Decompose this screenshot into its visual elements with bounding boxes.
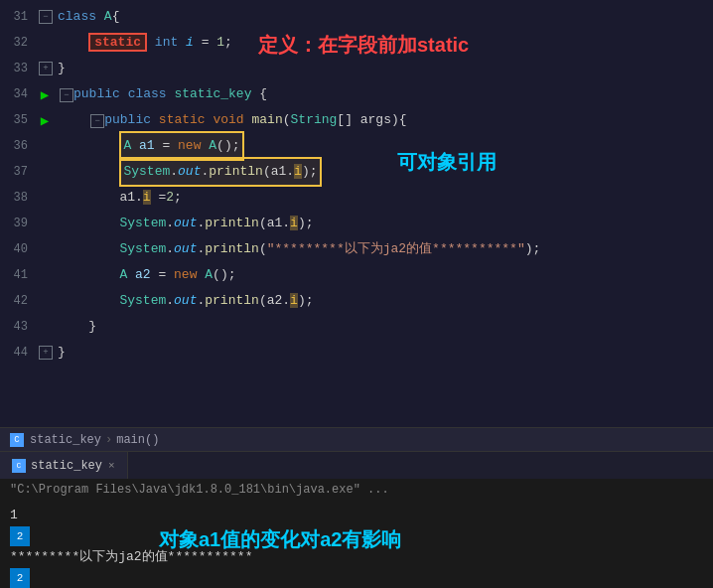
code-line-44: 44 + } <box>0 340 713 366</box>
annotation-static: 定义：在字段前加static <box>258 32 469 59</box>
code-line-36: 36 A a1 = new A(); <box>0 133 713 159</box>
code-line-33: 33 + } <box>0 56 713 81</box>
line-content-43: } <box>54 314 713 340</box>
annotation-object-ref: 可对象引用 <box>397 149 497 176</box>
line-arrow-31: − <box>36 10 54 24</box>
console-section: "C:\Program Files\Java\jdk1.8.0_181\bin\… <box>0 479 713 588</box>
breadcrumb-method: main() <box>116 433 159 447</box>
fold-33[interactable]: + <box>39 62 53 75</box>
fold-31[interactable]: − <box>39 10 53 24</box>
line-num-42: 42 <box>0 294 36 308</box>
breadcrumb-sep: › <box>105 433 112 447</box>
line-content-38: a1.i =2; <box>54 185 713 211</box>
fold-44[interactable]: + <box>39 346 53 360</box>
code-line-39: 39 System.out.println(a1.i); <box>0 211 713 236</box>
line-num-43: 43 <box>0 320 36 334</box>
line-num-37: 37 <box>0 165 36 179</box>
line-content-34: −public class static_key { <box>54 81 713 107</box>
tab-file-icon: C <box>12 459 26 473</box>
console-line-1: 1 <box>10 505 703 526</box>
code-line-43: 43 } <box>0 314 713 340</box>
line-num-38: 38 <box>0 191 36 205</box>
code-line-42: 42 System.out.println(a2.i); <box>0 288 713 314</box>
fold-34[interactable]: − <box>60 88 73 102</box>
line-num-36: 36 <box>0 139 36 153</box>
output-1: 1 <box>10 505 18 526</box>
code-line-35: 35 ▶ −public static void main(String[] a… <box>0 107 713 133</box>
output-badge-2: 2 <box>10 526 30 546</box>
line-num-33: 33 <box>0 62 36 75</box>
code-line-34: 34 ▶ −public class static_key { <box>0 81 713 107</box>
static-keyword: static <box>88 33 147 52</box>
breadcrumb-file-icon: C <box>10 433 24 447</box>
line-num-40: 40 <box>0 242 36 256</box>
fold-35[interactable]: − <box>90 114 104 128</box>
highlight-box-37: System.out.println(a1.i); <box>119 157 321 187</box>
cmd-line: "C:\Program Files\Java\jdk1.8.0_181\bin\… <box>0 479 713 499</box>
code-line-41: 41 A a2 = new A(); <box>0 262 713 288</box>
line-content-44: } <box>54 340 713 366</box>
tab-bar: C static_key × <box>0 451 713 479</box>
line-num-34: 34 <box>0 87 36 101</box>
breadcrumb-class: static_key <box>30 433 101 447</box>
line-arrow-44: + <box>36 346 54 360</box>
code-line-38: 38 a1.i =2; <box>0 185 713 211</box>
line-content-35: −public static void main(String[] args){ <box>54 107 713 133</box>
line-content-39: System.out.println(a1.i); <box>54 211 713 236</box>
breadcrumb-bar: C static_key › main() <box>0 427 713 451</box>
line-num-35: 35 <box>0 113 36 127</box>
console-line-4: 2 <box>10 568 703 588</box>
code-line-37: 37 System.out.println(a1.i); <box>0 159 713 185</box>
line-content-40: System.out.println("*********以下为ja2的值***… <box>54 236 713 262</box>
console-annotation: 对象a1值的变化对a2有影响 <box>159 526 402 553</box>
console-output: 1 2 *********以下为ja2的值*********** 2 对象a1值… <box>0 499 713 588</box>
tab-close-btn[interactable]: × <box>108 460 115 472</box>
code-line-31: 31 − class A{ <box>0 4 713 30</box>
arrow-35: ▶ <box>41 112 49 129</box>
line-num-39: 39 <box>0 217 36 230</box>
line-content-33: } <box>54 56 713 81</box>
line-content-37: System.out.println(a1.i); <box>54 157 713 187</box>
line-content-42: System.out.println(a2.i); <box>54 288 713 314</box>
line-arrow-35: ▶ <box>36 112 54 129</box>
code-editor: 31 − class A{ 32 static int i = 1; 33 + … <box>0 0 713 427</box>
tab-static-key[interactable]: C static_key × <box>0 452 128 479</box>
line-arrow-33: + <box>36 62 54 75</box>
output-badge-4: 2 <box>10 568 30 588</box>
arrow-34: ▶ <box>41 86 49 103</box>
line-num-31: 31 <box>0 10 36 24</box>
line-num-41: 41 <box>0 268 36 282</box>
line-num-32: 32 <box>0 36 36 50</box>
code-line-40: 40 System.out.println("*********以下为ja2的值… <box>0 236 713 262</box>
line-arrow-34: ▶ <box>36 86 54 103</box>
line-content-31: class A{ <box>54 4 713 30</box>
line-content-41: A a2 = new A(); <box>54 262 713 288</box>
tab-label: static_key <box>31 459 102 473</box>
line-num-44: 44 <box>0 346 36 360</box>
